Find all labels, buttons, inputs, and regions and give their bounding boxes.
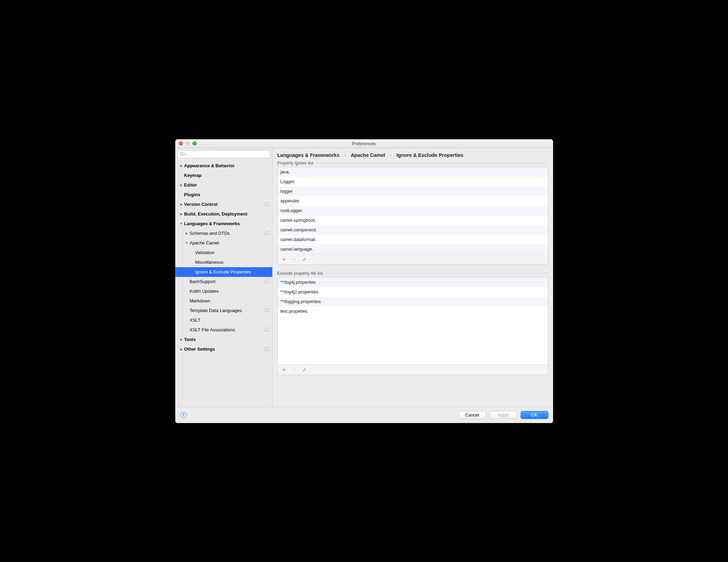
- tree-item-label: Kotlin Updates: [190, 289, 269, 294]
- list-item[interactable]: camel.component.: [278, 225, 548, 235]
- sidebar: ▾ ▶Appearance & BehaviorKeymap▶EditorPlu…: [175, 148, 273, 407]
- edit-button[interactable]: [302, 257, 307, 262]
- tree-item-label: Build, Execution, Deployment: [184, 211, 269, 217]
- window-controls: [179, 141, 197, 145]
- list-item[interactable]: rootLogger.: [278, 206, 548, 215]
- tree-item[interactable]: Keymap: [175, 171, 272, 180]
- edit-button[interactable]: [302, 367, 307, 372]
- project-level-icon: [265, 328, 269, 332]
- tree-item[interactable]: ▶Build, Execution, Deployment: [175, 209, 272, 219]
- close-window-button[interactable]: [179, 141, 183, 145]
- titlebar: Preferences: [175, 139, 553, 148]
- tree-item[interactable]: XSLT File Associations: [175, 325, 272, 335]
- main-panel: Languages & Frameworks › Apache Camel › …: [273, 148, 553, 407]
- chevron-right-icon[interactable]: ▶: [179, 164, 184, 168]
- search-dropdown-icon[interactable]: ▾: [185, 153, 186, 156]
- svg-point-0: [180, 152, 183, 155]
- svg-rect-11: [266, 328, 269, 331]
- add-button[interactable]: ＋: [281, 256, 287, 263]
- chevron-right-icon[interactable]: ▶: [179, 202, 184, 206]
- tree-item-label: Keymap: [184, 173, 269, 178]
- tree-item-label: Other Settings: [184, 347, 263, 352]
- chevron-right-icon[interactable]: ▶: [179, 338, 184, 341]
- tree-item[interactable]: ▼Languages & Frameworks: [175, 219, 272, 229]
- tree-item[interactable]: XSLT: [175, 315, 272, 325]
- list-item[interactable]: appender.: [278, 196, 548, 206]
- chevron-right-icon[interactable]: ▶: [179, 212, 184, 216]
- tree-item[interactable]: ▶Other Settings: [175, 344, 272, 354]
- tree-item[interactable]: ▼Apache Camel: [175, 238, 272, 248]
- tree-item[interactable]: BashSupport: [175, 277, 272, 287]
- chevron-right-icon[interactable]: ▶: [179, 183, 184, 187]
- remove-button[interactable]: −: [292, 367, 297, 373]
- zoom-window-button[interactable]: [193, 141, 197, 145]
- remove-button[interactable]: −: [292, 256, 297, 262]
- tree-item[interactable]: Miscellaneous: [175, 258, 272, 267]
- list-item[interactable]: **/log4j2.properties: [278, 287, 548, 297]
- search-input[interactable]: [187, 152, 268, 157]
- tree-item-label: Editor: [184, 182, 269, 188]
- list-item[interactable]: **/log4j.properties: [278, 278, 548, 287]
- divider: [326, 273, 548, 273]
- minimize-window-button[interactable]: [186, 141, 190, 145]
- tree-item-label: XSLT File Associations: [190, 327, 263, 332]
- project-level-icon: [265, 231, 269, 236]
- tree-item[interactable]: Kotlin Updates: [175, 287, 272, 296]
- search-field[interactable]: ▾: [177, 150, 270, 158]
- chevron-right-icon: ›: [390, 152, 392, 158]
- list-item[interactable]: camel.springboot.: [278, 215, 548, 225]
- apply-button[interactable]: Apply: [490, 411, 517, 419]
- exclude-file-list[interactable]: **/log4j.properties**/log4j2.properties*…: [277, 277, 548, 375]
- tree-item[interactable]: Ignore & Exclude Properties: [175, 267, 272, 277]
- add-button[interactable]: ＋: [281, 366, 287, 373]
- tree-item-label: BashSupport: [190, 279, 263, 284]
- tree-item-label: Template Data Languages: [190, 308, 263, 313]
- section-title: Exclude property file list: [277, 271, 323, 276]
- settings-tree: ▶Appearance & BehaviorKeymap▶EditorPlugi…: [175, 160, 272, 407]
- tree-item-label: Validation: [195, 250, 269, 255]
- list-item[interactable]: test.propeties: [278, 307, 548, 316]
- chevron-down-icon[interactable]: ▼: [185, 241, 189, 245]
- chevron-right-icon[interactable]: ▶: [179, 347, 184, 351]
- breadcrumb-item: Languages & Frameworks: [277, 152, 340, 158]
- tree-item[interactable]: Validation: [175, 248, 272, 258]
- tree-item[interactable]: ▶Schemas and DTDs: [175, 229, 272, 238]
- tree-item[interactable]: ▶Editor: [175, 180, 272, 190]
- list-item[interactable]: logger: [278, 187, 548, 196]
- tree-item[interactable]: ▶Tools: [175, 335, 272, 344]
- help-button[interactable]: ?: [180, 412, 187, 418]
- footer: ? Cancel Apply OK: [175, 407, 553, 423]
- search-icon: [180, 152, 184, 157]
- svg-rect-9: [266, 308, 269, 311]
- chevron-right-icon: ›: [344, 152, 346, 158]
- chevron-right-icon[interactable]: ▶: [185, 231, 189, 235]
- property-ignore-section: Property ignore list java.Logger.loggera…: [277, 161, 548, 265]
- project-level-icon: [265, 202, 269, 207]
- tree-item-label: Miscellaneous: [195, 260, 269, 265]
- list-item[interactable]: camel.dataformat.: [278, 235, 548, 244]
- svg-rect-7: [266, 279, 269, 282]
- tree-item-label: Apache Camel: [190, 240, 269, 245]
- tree-item[interactable]: Plugins: [175, 190, 272, 200]
- divider: [317, 163, 548, 163]
- tree-item[interactable]: ▶Version Control: [175, 200, 272, 209]
- tree-item-label: Plugins: [184, 192, 269, 197]
- project-level-icon: [265, 279, 269, 284]
- svg-rect-13: [266, 347, 269, 350]
- svg-rect-3: [266, 202, 269, 205]
- tree-item[interactable]: Template Data Languages: [175, 306, 272, 315]
- tree-item[interactable]: Markdown: [175, 296, 272, 306]
- list-item[interactable]: **/logging.properties: [278, 297, 548, 307]
- list-item[interactable]: Logger.: [278, 177, 548, 187]
- project-level-icon: [265, 308, 269, 313]
- svg-rect-5: [266, 231, 269, 234]
- ok-button[interactable]: OK: [521, 411, 548, 419]
- list-item[interactable]: java.: [278, 167, 548, 177]
- chevron-down-icon[interactable]: ▼: [179, 222, 184, 225]
- tree-item-label: Markdown: [190, 298, 269, 303]
- breadcrumb-item: Apache Camel: [351, 152, 385, 158]
- property-ignore-list[interactable]: java.Logger.loggerappender.rootLogger.ca…: [277, 167, 548, 265]
- list-item[interactable]: camel.language.: [278, 244, 548, 254]
- tree-item[interactable]: ▶Appearance & Behavior: [175, 161, 272, 171]
- cancel-button[interactable]: Cancel: [459, 411, 486, 419]
